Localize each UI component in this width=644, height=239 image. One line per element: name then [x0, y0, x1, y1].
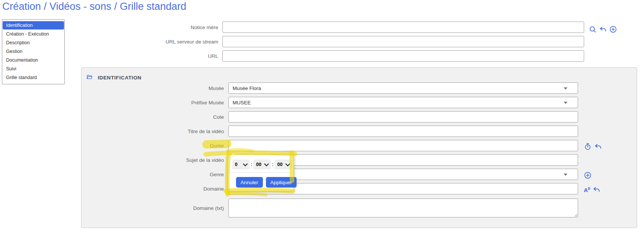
sidebar-item-identification[interactable]: Identification: [3, 21, 64, 29]
duration-picker-popup: 0 : 00 : 00 Annuler Appliquer: [228, 154, 294, 191]
sidebar-item-grille-standard[interactable]: Grille standard: [3, 73, 64, 82]
musee-select[interactable]: Musée Flora: [228, 82, 578, 94]
undo-icon[interactable]: [594, 143, 602, 151]
minutes-select[interactable]: 00: [253, 160, 271, 169]
sidebar: IdentificationCréation - ExécutionDescri…: [2, 19, 65, 84]
field-label: Titre de la vidéo: [81, 126, 224, 137]
form-row-sujet-de-la-video: Sujet de la vidéo: [81, 154, 637, 166]
form-row-prefixe-musee: Préfixe MuséeMUSEE: [81, 97, 637, 108]
undo-icon[interactable]: [599, 25, 607, 33]
field-label: Domaine: [81, 183, 224, 194]
form-row-musee: MuséeMusée Flora: [81, 82, 637, 94]
duration-selectors: 0 : 00 : 00: [228, 155, 294, 169]
field-control: [228, 126, 578, 137]
page-title: Création / Vidéos - sons / Grille standa…: [2, 1, 186, 12]
field-action-icons: [584, 171, 592, 179]
chevron-down-icon: [264, 161, 269, 166]
field-action-icons: [589, 25, 617, 33]
hours-select[interactable]: 0: [232, 160, 250, 169]
field-label: Genre: [81, 169, 224, 180]
field-label: Domaine (txt): [81, 199, 224, 217]
form-row-domaine-txt: Domaine (txt): [81, 199, 637, 217]
minutes-value: 00: [256, 162, 261, 167]
form-row-duree: Durée: [81, 140, 637, 151]
undo-icon[interactable]: [592, 186, 600, 194]
form-row-titre-de-la-video: Titre de la vidéo: [81, 126, 637, 137]
time-separator: :: [251, 162, 252, 167]
field-action-icons: Ab: [584, 185, 600, 194]
field-label: Musée: [81, 82, 224, 94]
sidebar-item-gestion[interactable]: Gestion: [3, 47, 64, 56]
search-icon[interactable]: [589, 25, 597, 33]
field-control: [222, 36, 584, 47]
selected-value: MUSEE: [233, 100, 251, 106]
add-circle-icon[interactable]: [584, 171, 592, 179]
section-header: IDENTIFICATION: [86, 74, 141, 82]
thesaurus-icon[interactable]: Ab: [584, 185, 590, 194]
titre-de-la-video-input[interactable]: [228, 126, 578, 137]
seconds-value: 00: [277, 162, 283, 167]
add-circle-icon[interactable]: [609, 25, 617, 33]
folder-open-icon: [86, 74, 93, 82]
sidebar-item-description[interactable]: Description: [3, 39, 64, 47]
seconds-select[interactable]: 00: [275, 160, 292, 169]
field-control: MUSEE: [228, 97, 578, 108]
field-label: Durée: [81, 140, 224, 151]
sidebar-item-documentation[interactable]: Documentation: [3, 56, 64, 64]
apply-button[interactable]: Appliquer: [266, 177, 297, 188]
field-control: [228, 111, 578, 123]
field-control: [222, 50, 584, 62]
form-row-genre: Genre: [81, 169, 637, 180]
stopwatch-icon[interactable]: [584, 143, 592, 151]
field-control: [228, 199, 578, 217]
identification-panel: IDENTIFICATION MuséeMusée FloraPréfixe M…: [81, 67, 637, 228]
field-label: Sujet de la vidéo: [81, 154, 224, 166]
duree-input[interactable]: [228, 140, 578, 151]
url-input[interactable]: [222, 50, 584, 62]
section-title: IDENTIFICATION: [98, 75, 141, 81]
form-row-url: URL: [0, 50, 644, 62]
prefixe-musee-select[interactable]: MUSEE: [228, 97, 578, 108]
form-row-cote: Cote: [81, 111, 637, 123]
caret-down-icon: [564, 174, 567, 176]
caret-down-icon: [564, 102, 567, 104]
field-control: [222, 22, 584, 33]
sidebar-item-suivi[interactable]: Suivi: [3, 65, 64, 73]
chevron-down-icon: [243, 161, 248, 166]
chevron-down-icon: [285, 161, 290, 166]
field-control: [228, 140, 578, 151]
notice-mere-input[interactable]: [222, 22, 584, 33]
form-row-domaine: DomaineAb: [81, 183, 637, 194]
form-row-notice-mere: Notice mère: [0, 22, 644, 33]
form-row-url-serveur-de-stream: URL serveur de stream: [0, 36, 644, 47]
cote-input[interactable]: [228, 111, 578, 123]
field-label: Cote: [81, 111, 224, 123]
hours-value: 0: [235, 162, 238, 167]
url-serveur-de-stream-input[interactable]: [222, 36, 584, 47]
sidebar-item-creation-execution[interactable]: Création - Exécution: [3, 30, 64, 38]
field-control: Musée Flora: [228, 82, 578, 94]
popup-buttons: Annuler Appliquer: [228, 173, 294, 191]
cancel-button[interactable]: Annuler: [236, 177, 263, 188]
field-label: Préfixe Musée: [81, 97, 224, 108]
domaine-txt-textarea[interactable]: [228, 199, 578, 217]
caret-down-icon: [564, 87, 567, 90]
selected-value: Musée Flora: [233, 85, 261, 91]
time-separator: :: [272, 162, 274, 167]
field-action-icons: [584, 142, 602, 151]
